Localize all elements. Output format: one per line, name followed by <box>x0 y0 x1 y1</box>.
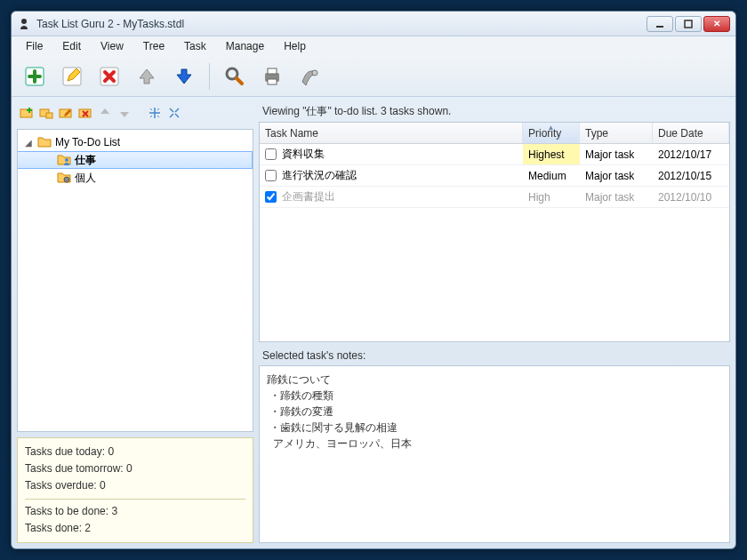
toolbar-separator <box>209 63 210 90</box>
task-priority: Highest <box>523 144 580 164</box>
col-header-priority[interactable]: ▲ Priority <box>523 123 580 143</box>
stats-panel: Tasks due today: 0 Tasks due tomorrow: 0… <box>17 437 253 543</box>
svg-rect-9 <box>268 79 277 84</box>
table-row[interactable]: 資料収集HighestMajor task2012/10/17 <box>260 144 729 165</box>
print-button[interactable] <box>256 60 288 92</box>
tree-item-personal[interactable]: 個人 <box>18 169 253 187</box>
settings-button[interactable] <box>293 60 325 92</box>
task-checkbox[interactable] <box>265 191 277 203</box>
add-subfolder-icon[interactable] <box>38 105 54 121</box>
right-pane: Viewing "仕事" to-do list. 3 tasks shown. … <box>259 102 730 543</box>
menu-task[interactable]: Task <box>175 38 215 54</box>
task-name: 資料収集 <box>282 147 325 162</box>
task-checkbox[interactable] <box>265 170 277 181</box>
tree-down-icon[interactable] <box>116 105 133 121</box>
task-priority: Medium <box>523 165 580 186</box>
edit-task-button[interactable] <box>56 60 88 92</box>
col-header-name[interactable]: Task Name <box>260 123 523 143</box>
maximize-button[interactable] <box>675 16 702 32</box>
task-type: Major task <box>580 144 653 164</box>
col-header-type[interactable]: Type <box>580 123 653 143</box>
minimize-button[interactable] <box>647 16 673 32</box>
app-window: Task List Guru 2 - MyTasks.stdl ✕ File E… <box>11 11 736 549</box>
main-toolbar <box>12 56 735 97</box>
task-due: 2012/10/15 <box>653 165 729 186</box>
edit-folder-icon[interactable] <box>58 105 74 121</box>
search-button[interactable] <box>219 60 251 92</box>
window-controls: ✕ <box>647 16 730 32</box>
task-due: 2012/10/17 <box>653 144 729 164</box>
move-up-button[interactable] <box>131 60 163 92</box>
app-icon <box>17 17 31 31</box>
collapse-all-icon[interactable] <box>166 105 182 121</box>
menubar: File Edit View Tree Task Manage Help <box>12 36 735 56</box>
expand-all-icon[interactable] <box>147 105 163 121</box>
svg-point-16 <box>65 158 68 162</box>
notes-area[interactable]: 蹄鉄について ・蹄鉄の種類 ・蹄鉄の変遷 ・歯鉄に関する見解の相違 アメリカ、ヨ… <box>259 365 730 543</box>
task-priority: High <box>523 187 580 207</box>
svg-rect-13 <box>46 113 52 118</box>
table-row[interactable]: 企画書提出HighMajor task2012/10/10 <box>260 187 729 208</box>
svg-point-0 <box>21 19 27 24</box>
task-table: Task Name ▲ Priority Type Due Date 資料収集H… <box>259 122 730 342</box>
viewing-label: Viewing "仕事" to-do list. 3 tasks shown. <box>259 102 730 118</box>
collapse-icon[interactable]: ◢ <box>23 138 34 148</box>
stats-due-today: Tasks due today: 0 <box>25 444 245 460</box>
sort-asc-icon: ▲ <box>548 124 555 132</box>
svg-rect-8 <box>268 68 277 74</box>
task-type: Major task <box>580 165 653 186</box>
folder-icon <box>37 135 52 149</box>
titlebar: Task List Guru 2 - MyTasks.stdl ✕ <box>12 12 735 36</box>
delete-task-button[interactable] <box>93 60 125 92</box>
add-folder-icon[interactable] <box>19 105 35 121</box>
task-name: 進行状況の確認 <box>282 168 357 183</box>
notes-label: Selected task's notes: <box>259 346 730 362</box>
delete-folder-icon[interactable] <box>77 105 93 121</box>
task-checkbox[interactable] <box>265 148 277 160</box>
tree-item-label: 仕事 <box>75 153 96 168</box>
stats-to-be-done: Tasks to be done: 3 <box>25 503 245 520</box>
tree-up-icon[interactable] <box>97 105 113 121</box>
content-area: ◢ My To-Do List 仕事 個人 Tasks due today: 0… <box>12 97 735 548</box>
folder-gear-icon <box>57 171 71 185</box>
tree-toolbar <box>17 102 253 124</box>
task-name: 企画書提出 <box>282 189 335 204</box>
svg-point-17 <box>64 177 69 182</box>
menu-help[interactable]: Help <box>275 38 315 54</box>
task-type: Major task <box>580 187 653 207</box>
folder-tree[interactable]: ◢ My To-Do List 仕事 個人 <box>17 129 253 432</box>
task-due: 2012/10/10 <box>653 187 729 207</box>
svg-rect-2 <box>685 20 692 28</box>
svg-rect-1 <box>656 26 663 28</box>
stats-overdue: Tasks overdue: 0 <box>25 477 245 494</box>
stats-done: Tasks done: 2 <box>25 520 245 537</box>
table-row[interactable]: 進行状況の確認MediumMajor task2012/10/15 <box>260 165 729 187</box>
col-header-priority-label: Priority <box>528 127 561 140</box>
tree-item-work[interactable]: 仕事 <box>18 151 253 169</box>
folder-person-icon <box>57 153 71 167</box>
window-title: Task List Guru 2 - MyTasks.stdl <box>36 18 647 30</box>
table-header: Task Name ▲ Priority Type Due Date <box>260 123 729 144</box>
menu-edit[interactable]: Edit <box>53 38 90 54</box>
stats-due-tomorrow: Tasks due tomorrow: 0 <box>25 460 245 477</box>
menu-file[interactable]: File <box>17 38 52 54</box>
tree-root[interactable]: ◢ My To-Do List <box>18 133 253 151</box>
col-header-due[interactable]: Due Date <box>653 123 729 143</box>
tree-item-label: 個人 <box>75 171 96 186</box>
menu-manage[interactable]: Manage <box>217 38 273 54</box>
new-task-button[interactable] <box>19 60 51 92</box>
table-body: 資料収集HighestMajor task2012/10/17進行状況の確認Me… <box>260 144 729 341</box>
close-button[interactable]: ✕ <box>703 16 730 32</box>
left-pane: ◢ My To-Do List 仕事 個人 Tasks due today: 0… <box>17 102 253 543</box>
move-down-button[interactable] <box>168 60 200 92</box>
tree-root-label: My To-Do List <box>55 136 120 148</box>
menu-view[interactable]: View <box>92 38 133 54</box>
svg-point-10 <box>312 70 317 76</box>
menu-tree[interactable]: Tree <box>134 38 173 54</box>
